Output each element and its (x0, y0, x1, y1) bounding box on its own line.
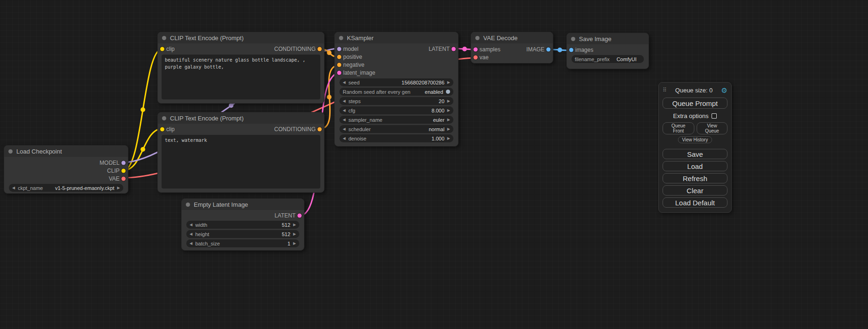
collapse-dot[interactable] (162, 36, 166, 40)
load-button[interactable]: Load (663, 161, 727, 171)
drag-handle-icon[interactable]: ⠿ (663, 87, 667, 93)
arrow-right-icon[interactable]: ▶ (293, 232, 296, 236)
output-slot-conditioning[interactable] (318, 127, 322, 131)
settings-gear-icon[interactable]: ⚙ (721, 87, 727, 94)
node-save-image[interactable]: Save Image images filename_prefix ComfyU… (566, 33, 649, 69)
widget-sampler-name[interactable]: ◀ sampler_name euler ▶ (339, 116, 453, 124)
input-slot-latent-image[interactable] (337, 70, 341, 75)
queue-prompt-button[interactable]: Queue Prompt (663, 98, 727, 109)
arrow-right-icon[interactable]: ▶ (293, 223, 296, 227)
input-label-clip: clip (166, 46, 175, 52)
widget-filename-prefix[interactable]: filename_prefix ComfyUI (572, 55, 644, 63)
arrow-left-icon[interactable]: ◀ (190, 223, 192, 227)
widget-batch-size[interactable]: ◀ batch_size 1 ▶ (186, 239, 299, 247)
graph-canvas[interactable]: Load Checkpoint MODEL CLIP VAE ◀ ckpt_na… (0, 0, 868, 329)
refresh-button[interactable]: Refresh (663, 173, 727, 183)
widget-cfg[interactable]: ◀ cfg 8.000 ▶ (339, 106, 453, 114)
node-clip-text-encode-negative[interactable]: CLIP Text Encode (Prompt) clip CONDITION… (157, 112, 325, 193)
node-title: KSampler (347, 35, 374, 42)
input-slot-vae[interactable] (473, 55, 478, 59)
widget-ckpt-name[interactable]: ◀ ckpt_name v1-5-pruned-emaonly.ckpt ▶ (9, 184, 123, 192)
output-slot-model[interactable] (121, 161, 126, 165)
arrow-right-icon[interactable]: ▶ (447, 118, 450, 122)
view-queue-button[interactable]: View Queue (697, 122, 727, 134)
output-row-clip: CLIP (4, 167, 128, 175)
collapse-dot[interactable] (571, 37, 575, 41)
output-slot-latent[interactable] (297, 213, 302, 217)
output-slot-image[interactable] (546, 47, 550, 51)
input-slot-model[interactable] (337, 47, 341, 51)
widget-random-seed-toggle[interactable]: Random seed after every gen enabled (339, 88, 453, 96)
arrow-left-icon[interactable]: ◀ (190, 242, 192, 245)
node-titlebar[interactable]: CLIP Text Encode (Prompt) (158, 112, 324, 124)
output-slot-conditioning[interactable] (318, 47, 322, 51)
clear-button[interactable]: Clear (663, 185, 727, 196)
node-title: Save Image (579, 35, 611, 42)
slot-row-model: model LATENT (335, 45, 458, 53)
input-label-samples: samples (480, 46, 501, 53)
arrow-right-icon[interactable]: ▶ (117, 186, 120, 190)
node-titlebar[interactable]: Load Checkpoint (4, 146, 128, 157)
widget-scheduler[interactable]: ◀ scheduler normal ▶ (339, 125, 453, 133)
load-default-button[interactable]: Load Default (663, 197, 727, 208)
arrow-right-icon[interactable]: ▶ (447, 127, 450, 131)
node-vae-decode[interactable]: VAE Decode samples IMAGE vae (471, 32, 553, 63)
arrow-right-icon[interactable]: ▶ (447, 109, 450, 112)
arrow-left-icon[interactable]: ◀ (343, 127, 346, 131)
input-slot-samples[interactable] (473, 47, 478, 51)
view-history-button[interactable]: View History (678, 136, 712, 143)
output-slot-latent[interactable] (452, 47, 456, 51)
input-slot-clip[interactable] (160, 47, 164, 51)
node-title: CLIP Text Encode (Prompt) (170, 35, 244, 42)
node-empty-latent-image[interactable]: Empty Latent Image LATENT ◀ width 512 ▶ … (181, 198, 304, 251)
arrow-left-icon[interactable]: ◀ (190, 232, 192, 236)
arrow-right-icon[interactable]: ▶ (447, 137, 450, 140)
widget-denoise[interactable]: ◀ denoise 1.000 ▶ (339, 134, 453, 142)
prompt-textarea[interactable]: beautiful scenery nature glass bottle la… (162, 55, 320, 99)
arrow-left-icon[interactable]: ◀ (343, 99, 346, 103)
arrow-right-icon[interactable]: ▶ (447, 99, 450, 103)
widget-value: 512 (210, 222, 290, 228)
node-titlebar[interactable]: CLIP Text Encode (Prompt) (158, 32, 324, 43)
node-load-checkpoint[interactable]: Load Checkpoint MODEL CLIP VAE ◀ ckpt_na… (4, 145, 128, 194)
queue-front-button[interactable]: Queue Front (663, 122, 694, 134)
collapse-dot[interactable] (475, 36, 480, 40)
arrow-right-icon[interactable]: ▶ (293, 242, 296, 245)
input-slot-images[interactable] (569, 48, 573, 52)
arrow-left-icon[interactable]: ◀ (343, 137, 346, 140)
collapse-dot[interactable] (8, 149, 13, 154)
input-slot-clip[interactable] (160, 127, 164, 131)
output-row-latent: LATENT (182, 211, 304, 219)
node-title: CLIP Text Encode (Prompt) (170, 115, 244, 122)
widget-height[interactable]: ◀ height 512 ▶ (186, 230, 299, 238)
collapse-dot[interactable] (162, 116, 166, 120)
arrow-left-icon[interactable]: ◀ (343, 118, 346, 122)
arrow-left-icon[interactable]: ◀ (343, 81, 346, 84)
save-button[interactable]: Save (663, 149, 727, 159)
extra-options-checkbox[interactable] (712, 113, 717, 119)
input-slot-negative[interactable] (337, 63, 341, 67)
node-titlebar[interactable]: Save Image (567, 33, 649, 44)
arrow-left-icon[interactable]: ◀ (12, 186, 15, 190)
arrow-right-icon[interactable]: ▶ (447, 81, 450, 84)
node-ksampler[interactable]: KSampler model LATENT positive negative … (334, 32, 459, 147)
toggle-indicator-icon[interactable] (446, 90, 450, 94)
slot-row: clip CONDITIONING (158, 125, 324, 133)
collapse-dot[interactable] (339, 36, 343, 40)
output-slot-clip[interactable] (121, 168, 126, 173)
input-slot-positive[interactable] (337, 55, 341, 59)
node-titlebar[interactable]: VAE Decode (471, 32, 553, 43)
wire-middot (462, 47, 467, 51)
node-clip-text-encode-positive[interactable]: CLIP Text Encode (Prompt) clip CONDITION… (157, 32, 325, 104)
widget-label: denoise (348, 136, 367, 141)
node-titlebar[interactable]: KSampler (335, 32, 458, 43)
node-titlebar[interactable]: Empty Latent Image (182, 199, 304, 210)
output-slot-vae[interactable] (121, 176, 126, 181)
widget-width[interactable]: ◀ width 512 ▶ (186, 221, 299, 229)
widget-seed[interactable]: ◀ seed 156680208700286 ▶ (339, 78, 453, 86)
widget-steps[interactable]: ◀ steps 20 ▶ (339, 97, 453, 105)
widget-label: filename_prefix (575, 56, 610, 62)
collapse-dot[interactable] (186, 203, 190, 207)
arrow-left-icon[interactable]: ◀ (343, 109, 346, 112)
prompt-textarea[interactable]: text, watermark (162, 135, 320, 189)
